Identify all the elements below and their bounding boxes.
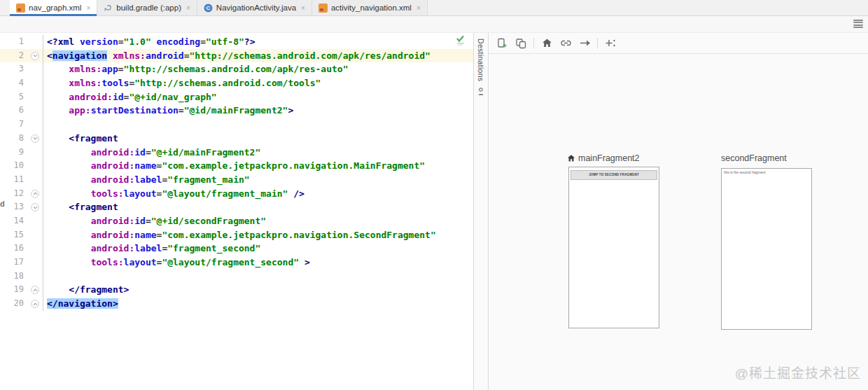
start-destination-home-icon[interactable] bbox=[540, 37, 553, 50]
code-line-6[interactable]: 6 app:startDestination="@id/mainFragment… bbox=[0, 104, 473, 118]
fold-marker-icon[interactable] bbox=[31, 286, 39, 294]
fold-marker-icon[interactable] bbox=[31, 134, 39, 143]
gutter-fold-column bbox=[28, 297, 43, 311]
destination-label-mainFragment2[interactable]: mainFragment2 bbox=[567, 153, 640, 163]
gutter-fold-column bbox=[28, 76, 43, 90]
tab-label: NavigationActivity.java bbox=[216, 4, 296, 12]
code-line-10[interactable]: 10 android:name="com.example.jetpackpro.… bbox=[0, 159, 473, 173]
editor-toolbar-strip bbox=[0, 16, 868, 33]
tab-navigationactivity-java[interactable]: CNavigationActivity.java× bbox=[197, 0, 312, 15]
gutter-fold-column bbox=[28, 35, 43, 49]
fold-marker-icon[interactable] bbox=[31, 52, 39, 60]
inspections-ok-icon[interactable] bbox=[455, 34, 466, 46]
gutter-fold-column bbox=[28, 256, 43, 270]
destinations-tool-tab[interactable]: Destinations bbox=[473, 33, 489, 390]
line-number: 8 bbox=[0, 132, 28, 146]
line-number: 12 bbox=[0, 187, 28, 201]
tab-activity-navigation-xml[interactable]: activity_navigation.xml× bbox=[312, 0, 428, 15]
destination-preview-mainFragment2[interactable]: JUMP TO SECOND FRAGMENT bbox=[568, 167, 659, 328]
line-number: 5 bbox=[0, 90, 28, 104]
line-number: 2 bbox=[0, 49, 28, 63]
start-destination-home-icon bbox=[567, 154, 575, 162]
tab-close-icon[interactable]: × bbox=[86, 4, 90, 12]
code-line-7[interactable]: 7 bbox=[0, 118, 473, 132]
gutter-fold-column bbox=[28, 132, 43, 146]
deep-link-icon[interactable] bbox=[559, 37, 572, 50]
code-line-20[interactable]: 20</navigation> bbox=[0, 297, 473, 311]
fold-marker-icon[interactable] bbox=[31, 300, 39, 308]
nested-graph-icon[interactable] bbox=[514, 37, 527, 50]
code-text: </fragment> bbox=[43, 283, 129, 297]
new-destination-icon[interactable] bbox=[496, 37, 508, 50]
code-line-19[interactable]: 19 </fragment> bbox=[0, 283, 473, 297]
preview-button: JUMP TO SECOND FRAGMENT bbox=[570, 170, 657, 180]
action-arrow-icon[interactable] bbox=[578, 37, 591, 50]
code-line-14[interactable]: 14 android:id="@+id/secondFragment" bbox=[0, 214, 473, 228]
gutter-fold-column bbox=[28, 104, 43, 118]
gutter-fold-column bbox=[28, 49, 43, 63]
code-editor[interactable]: 1<?xml version="1.0" encoding="utf-8"?>2… bbox=[0, 33, 473, 390]
code-line-1[interactable]: 1<?xml version="1.0" encoding="utf-8"?> bbox=[0, 35, 473, 49]
line-number: 4 bbox=[0, 76, 28, 90]
tab-label: activity_navigation.xml bbox=[331, 4, 412, 12]
code-line-5[interactable]: 5 android:id="@+id/nav_graph" bbox=[0, 90, 473, 104]
code-text bbox=[43, 270, 47, 284]
gutter-fold-column bbox=[28, 118, 43, 132]
destination-label-secondFragment[interactable]: secondFragment bbox=[721, 153, 787, 163]
gutter-fold-column bbox=[28, 173, 43, 187]
code-text: android:id="@+id/nav_graph" bbox=[43, 90, 217, 104]
tab-close-icon[interactable]: × bbox=[301, 4, 305, 12]
code-line-9[interactable]: 9 android:id="@+id/mainFragment2" bbox=[0, 146, 473, 160]
toolbar-separator bbox=[533, 38, 534, 49]
code-text bbox=[43, 118, 47, 132]
fold-marker-icon[interactable] bbox=[31, 190, 39, 198]
editor-tab-bar: nav_graph.xml×build.gradle (:app)×CNavig… bbox=[0, 0, 868, 16]
code-text: android:name="com.example.jetpackpro.nav… bbox=[43, 228, 436, 242]
fold-marker-icon[interactable] bbox=[31, 203, 39, 211]
line-number: 1 bbox=[0, 35, 28, 49]
gutter-fold-column bbox=[28, 90, 43, 104]
line-number: 18 bbox=[0, 270, 28, 284]
hamburger-menu-icon[interactable] bbox=[853, 20, 863, 28]
auto-arrange-icon[interactable] bbox=[604, 37, 617, 50]
code-line-8[interactable]: 8 <fragment bbox=[0, 132, 473, 146]
tab-nav-graph-xml[interactable]: nav_graph.xml× bbox=[10, 0, 97, 15]
tab-close-icon[interactable]: × bbox=[416, 4, 421, 12]
android-studio-window: nav_graph.xml×build.gradle (:app)×CNavig… bbox=[0, 0, 868, 390]
watermark: @稀土掘金技术社区 bbox=[735, 363, 861, 382]
code-line-2[interactable]: 2<navigation xmlns:android="http://schem… bbox=[0, 49, 473, 63]
line-number: 10 bbox=[0, 159, 28, 173]
code-text: tools:layout="@layout/fragment_main" /> bbox=[43, 187, 304, 201]
code-line-3[interactable]: 3 xmlns:app="http://schemas.android.com/… bbox=[0, 62, 473, 76]
code-line-12[interactable]: 12 tools:layout="@layout/fragment_main" … bbox=[0, 187, 473, 201]
toolbar-separator bbox=[597, 38, 598, 49]
code-line-4[interactable]: 4 xmlns:tools="http://schemas.android.co… bbox=[0, 76, 473, 90]
code-text: </navigation> bbox=[43, 297, 118, 311]
line-number: 20 bbox=[0, 297, 28, 311]
gutter-fold-column bbox=[28, 214, 43, 228]
design-toolbar bbox=[489, 33, 868, 54]
code-line-13[interactable]: 13 <fragment bbox=[0, 200, 473, 214]
gutter-fold-column bbox=[28, 159, 43, 173]
line-number: 11 bbox=[0, 173, 28, 187]
line-number: 14 bbox=[0, 214, 28, 228]
code-text: android:id="@+id/secondFragment" bbox=[43, 214, 266, 228]
code-line-16[interactable]: 16 android:label="fragment_second" bbox=[0, 242, 473, 256]
gutter-fold-column bbox=[28, 200, 43, 214]
code-text: android:label="fragment_second" bbox=[43, 242, 260, 256]
tab-close-icon[interactable]: × bbox=[186, 4, 190, 12]
navigation-design-surface[interactable]: mainFragment2 JUMP TO SECOND FRAGMENT se… bbox=[489, 33, 868, 390]
code-line-11[interactable]: 11 android:label="fragment_main" bbox=[0, 173, 473, 187]
gutter-fold-column bbox=[28, 283, 43, 297]
preview-text: this is the second fragment bbox=[722, 169, 811, 176]
gutter-fold-column bbox=[28, 228, 43, 242]
code-line-18[interactable]: 18 bbox=[0, 270, 473, 284]
xml-file-icon bbox=[318, 4, 328, 13]
line-number: 7 bbox=[0, 118, 28, 132]
destinations-label: Destinations bbox=[477, 39, 485, 81]
code-line-17[interactable]: 17 tools:layout="@layout/fragment_second… bbox=[0, 256, 473, 270]
code-line-15[interactable]: 15 android:name="com.example.jetpackpro.… bbox=[0, 228, 473, 242]
gradle-icon bbox=[104, 4, 113, 13]
tab-build-gradle-app[interactable]: build.gradle (:app)× bbox=[97, 0, 197, 15]
destination-preview-secondFragment[interactable]: this is the second fragment bbox=[721, 168, 812, 330]
